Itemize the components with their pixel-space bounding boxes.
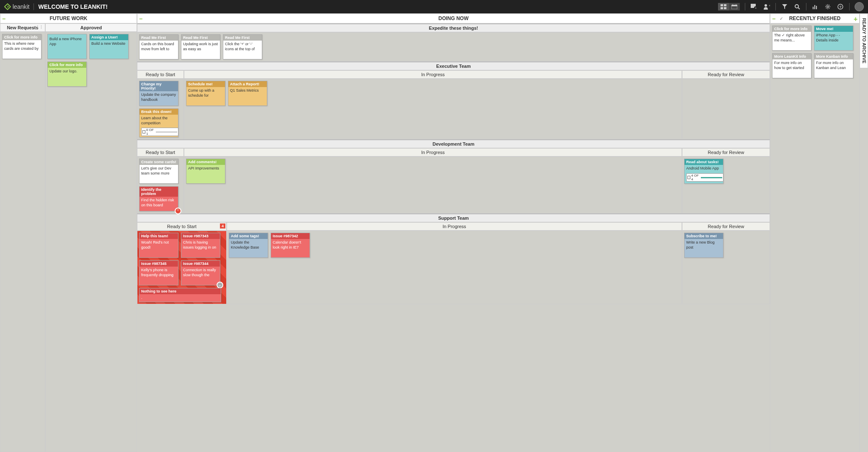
- card-header: Schedule me!: [186, 81, 225, 87]
- svg-text:+: +: [755, 7, 757, 10]
- card-header: Read Me First: [181, 35, 220, 41]
- card-header: Add some tags!: [229, 233, 268, 239]
- help-icon[interactable]: ?: [837, 3, 844, 10]
- avatar[interactable]: [855, 2, 864, 11]
- ready-to-archive-group[interactable]: READY TO ARCHIVE: [860, 13, 868, 452]
- card-body: Kelly's phone is frequently dropping: [140, 267, 178, 279]
- approved-body[interactable]: Build a new iPhone App Assign a User! Bu…: [45, 32, 137, 452]
- filter-icon[interactable]: [781, 3, 788, 10]
- card[interactable]: Add comments!API Improvements: [186, 159, 225, 184]
- card[interactable]: Issue #987343Chris is having issues logg…: [181, 233, 220, 258]
- svg-text:?: ?: [839, 5, 842, 9]
- card-header: Click for more info: [48, 62, 86, 68]
- card[interactable]: Build a new iPhone App: [47, 34, 87, 59]
- view-toggle: [718, 3, 740, 10]
- svg-point-16: [795, 5, 798, 8]
- new-requests-body[interactable]: Click for more info This is where new ca…: [0, 32, 45, 452]
- card[interactable]: Create some cards!Let's give our Dev tea…: [139, 159, 178, 184]
- recent-body[interactable]: Click for more infoThe ✓ right above me …: [770, 23, 860, 452]
- archive-tab[interactable]: READY TO ARCHIVE: [860, 13, 868, 68]
- card-body: API Improvements: [186, 165, 225, 172]
- card-header: Read Me First: [140, 35, 178, 41]
- dev-progress-body[interactable]: Add comments!API Improvements: [184, 157, 682, 213]
- board-view-icon[interactable]: [718, 3, 729, 10]
- collapse-icon[interactable]: −: [2, 15, 5, 22]
- calendar-view-icon[interactable]: [729, 3, 740, 10]
- exec-progress-body[interactable]: Schedule me!Come up with a schedule for …: [184, 79, 682, 139]
- card[interactable]: Issue #987344Connection is really slow t…: [181, 260, 220, 285]
- card-header: Read Me First: [223, 35, 262, 41]
- card[interactable]: Issue #987342Calendar doesn't look right…: [271, 233, 310, 258]
- card-header: Read about tasks!: [685, 159, 723, 165]
- dev-ready-body[interactable]: Create some cards!Let's give our Dev tea…: [137, 157, 184, 213]
- card-header: Issue #987344: [181, 261, 220, 267]
- card[interactable]: Click for more infoThe ✓ right above me …: [772, 26, 811, 51]
- logo[interactable]: leankit: [4, 3, 29, 10]
- exec-review-body[interactable]: [682, 79, 770, 139]
- card[interactable]: More LeanKit InfoFor more info on how to…: [772, 53, 811, 78]
- add-icon[interactable]: +: [854, 15, 858, 23]
- dev-review-body[interactable]: Read about tasks!Android Mobile App 4 OF…: [682, 157, 770, 213]
- gear-icon[interactable]: [824, 3, 832, 10]
- support-review-body[interactable]: Subscribe to me!Write a new Blog post: [682, 231, 770, 304]
- card[interactable]: Issue #987345Kelly's phone is frequently…: [139, 260, 178, 285]
- header-toolbar: + + ?: [718, 2, 864, 11]
- wip-badge: 4: [220, 223, 225, 229]
- card-body: Android Mobile App: [685, 165, 723, 172]
- card[interactable]: Assign a User! Build a new Website: [89, 34, 129, 59]
- card[interactable]: Click for more info Update our logo.: [47, 62, 87, 87]
- exec-ready-body[interactable]: Change my Priority!Update the company ha…: [137, 79, 184, 139]
- recently-finished-header: − ✓ RECENTLY FINISHED +: [770, 13, 860, 23]
- card-add-icon[interactable]: +: [750, 3, 758, 10]
- lane-col-header: Ready for Review: [682, 148, 770, 157]
- new-requests-header: New Requests ⋮⋮: [0, 23, 45, 32]
- logo-icon: [4, 3, 11, 10]
- card[interactable]: Change my Priority!Update the company ha…: [139, 81, 178, 106]
- card[interactable]: Help this team!Woah! Red's not good!: [139, 233, 178, 258]
- support-progress-body[interactable]: Add some tags!Update the Knowledge Base …: [227, 231, 682, 304]
- card[interactable]: Read Me FirstClick the '+' or '-' icons …: [223, 34, 262, 59]
- collapse-icon[interactable]: −: [139, 15, 142, 22]
- svg-rect-3: [724, 4, 726, 6]
- card-header: Click for more info: [772, 26, 811, 32]
- task-indicator: 4 OF 4: [686, 173, 723, 182]
- exec-team-header: Executive Team: [137, 62, 770, 70]
- card-header: Issue #987342: [271, 233, 310, 239]
- card[interactable]: Identify the problemFind the hidden risk…: [139, 186, 178, 211]
- card[interactable]: Read Me FirstUpdating work is just as ea…: [181, 34, 220, 59]
- card[interactable]: Attach a Report!Q1 Sales Metrics: [228, 81, 267, 106]
- group-title: FUTURE WORK: [50, 15, 88, 21]
- dev-team-header: Development Team: [137, 139, 770, 148]
- card[interactable]: Add some tags!Update the Knowledge Base: [229, 233, 268, 258]
- drag-icon[interactable]: ⋮⋮: [36, 25, 43, 29]
- search-icon[interactable]: [793, 3, 801, 10]
- expedite-body[interactable]: Read Me FirstCards on this board move fr…: [137, 32, 770, 62]
- card[interactable]: Move me!iPhone App - - Details inside: [814, 26, 853, 51]
- app-header: leankit WELCOME TO LEANKIT! + + ?: [0, 0, 868, 13]
- chevron-down-icon[interactable]: ⌄: [217, 282, 223, 288]
- card[interactable]: Read Me FirstCards on this board move fr…: [139, 34, 178, 59]
- kanban-board: − FUTURE WORK New Requests ⋮⋮ Click for …: [0, 13, 868, 452]
- svg-text:+: +: [769, 4, 770, 8]
- card[interactable]: Nothing to see here.: [139, 288, 221, 302]
- card[interactable]: More Kanban InfoFor more info on Kanban …: [814, 53, 853, 78]
- card-body: Find the hidden risk on this board: [140, 197, 178, 209]
- lane-col-header: Ready for Review: [682, 222, 770, 231]
- card[interactable]: Break this down!Learn about the competit…: [139, 108, 178, 137]
- card-body: Learn about the competition: [140, 115, 178, 127]
- card[interactable]: Subscribe to me!Write a new Blog post: [684, 233, 723, 258]
- support-ready-body[interactable]: Help this team!Woah! Red's not good! Iss…: [137, 231, 227, 304]
- card[interactable]: Click for more info This is where new ca…: [2, 34, 41, 59]
- card-body: Build a new Website: [90, 40, 128, 48]
- card[interactable]: Schedule me!Come up with a schedule for: [186, 81, 225, 106]
- card-header: Change my Priority!: [140, 81, 178, 91]
- card[interactable]: Read about tasks!Android Mobile App 4 OF…: [684, 159, 723, 184]
- support-team-header: Support Team: [137, 213, 770, 222]
- svg-point-13: [765, 4, 767, 7]
- card-body: The ✓ right above me means...: [772, 32, 811, 44]
- collapse-icon[interactable]: −: [772, 15, 775, 22]
- check-icon[interactable]: ✓: [780, 16, 783, 21]
- svg-rect-7: [731, 5, 737, 6]
- user-add-icon[interactable]: +: [763, 3, 770, 10]
- stats-icon[interactable]: [811, 3, 819, 10]
